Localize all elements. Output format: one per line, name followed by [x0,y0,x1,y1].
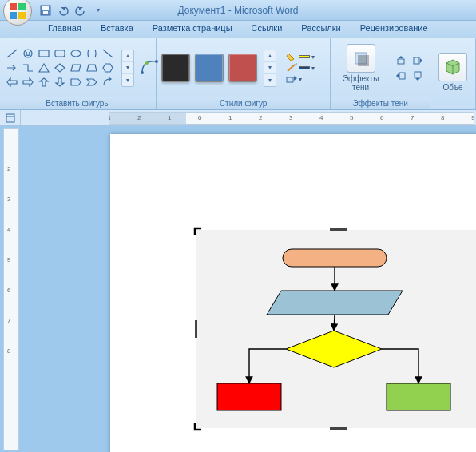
shape-arrowdown-icon[interactable] [53,76,67,89]
office-button[interactable] [3,0,32,26]
flowchart-rect[interactable] [217,383,281,410]
page-viewport[interactable] [21,126,476,452]
vertical-ruler[interactable]: 2345678 [3,128,19,450]
flowchart-connector[interactable] [334,315,335,331]
svg-rect-3 [18,12,26,19]
shape-parallelogram-icon[interactable] [69,61,83,74]
gallery-scroll-up-icon[interactable]: ▴ [122,50,133,62]
shape-line-icon[interactable] [5,47,19,60]
tab-mail[interactable]: Рассылки [292,21,350,38]
flowchart-parallelogram[interactable] [267,291,403,315]
svg-rect-23 [399,73,405,79]
group-insert-shapes: ▴ ▾ ▾ Вставить фигуры [0,38,157,109]
gallery-scroll-down-icon[interactable]: ▾ [122,62,133,74]
undo-icon[interactable] [56,3,70,18]
tab-home[interactable]: Главная [38,21,91,38]
svg-point-17 [145,61,149,65]
svg-rect-0 [10,3,17,10]
flowchart-rect[interactable] [387,383,450,410]
style-swatch-1[interactable] [161,54,190,82]
shape-trapezoid-icon[interactable] [85,61,99,74]
shadow-nudge-right-icon[interactable] [411,54,425,67]
flowchart-connector[interactable] [382,349,418,383]
tab-insert[interactable]: Вставка [91,21,143,38]
group-label-3d [430,106,475,109]
group-3d-effects: Объе [430,38,476,109]
ribbon: ▴ ▾ ▾ Вставить фигуры ▴ ▾ ▾ ▾ ▾ ▾ [0,38,476,110]
shape-elbow-icon[interactable] [21,61,35,74]
save-icon[interactable] [38,3,53,18]
svg-point-8 [24,50,32,57]
svg-rect-11 [39,50,49,57]
shape-arrowup-icon[interactable] [37,76,51,89]
qat-dropdown-icon[interactable]: ▾ [91,3,105,18]
group-label-insert-shapes: Вставить фигуры [0,97,156,109]
shadow-nudge-down-icon[interactable] [411,69,425,82]
change-shape-button[interactable]: ▾ [286,74,315,84]
quick-access-toolbar: ▾ [38,3,105,18]
ruler-bar: 3210123456789101112 [0,110,476,126]
shape-diamond-icon[interactable] [53,61,67,74]
svg-line-14 [103,50,113,57]
shapes-gallery[interactable] [5,47,115,89]
shape-pentagon-arrow-icon[interactable] [69,76,83,89]
group-label-shape-styles: Стили фигур [157,97,330,109]
group-shape-styles: ▴ ▾ ▾ ▾ ▾ ▾ Стили фигур [157,38,331,109]
flowchart-connector[interactable] [249,349,286,383]
drawing-canvas[interactable] [196,230,476,428]
svg-rect-24 [415,72,421,77]
document-area: 2345678 [0,126,476,452]
shape-outline-button[interactable]: ▾ [286,63,315,73]
shape-diag-line-icon[interactable] [101,47,115,60]
shape-chevron-icon[interactable] [85,76,99,89]
svg-point-10 [30,53,30,54]
svg-rect-1 [18,3,26,10]
redo-icon[interactable] [73,3,88,18]
svg-rect-18 [287,77,293,82]
svg-line-7 [7,50,17,57]
svg-point-15 [141,71,144,74]
shape-fill-button[interactable]: ▾ [286,52,315,61]
shape-curved-arrow-icon[interactable] [101,76,115,89]
styles-expand-icon[interactable]: ▾ [264,74,276,86]
shadow-nudge-left-icon[interactable] [394,69,408,82]
shadow-nudge-up-icon[interactable] [394,54,408,67]
3d-effects-button[interactable]: Объе [435,51,470,93]
style-swatch-2[interactable] [195,54,224,82]
style-swatch-3[interactable] [228,54,257,82]
shape-ellipse-icon[interactable] [69,47,83,60]
tab-review[interactable]: Рецензирование [351,21,438,38]
shape-hexagon-icon[interactable] [101,61,115,74]
styles-scroll-down-icon[interactable]: ▾ [264,62,276,74]
titlebar: ▾ Документ1 - Microsoft Word [0,0,476,21]
shape-brace-icon[interactable] [85,47,99,60]
ribbon-tabs: Главная Вставка Разметка страницы Ссылки… [0,21,476,38]
svg-rect-2 [10,12,17,19]
horizontal-ruler[interactable]: 3210123456789101112 [109,112,474,125]
svg-rect-6 [43,11,48,14]
ruler-corner-icon[interactable] [0,110,21,126]
svg-point-9 [26,53,27,54]
shape-arrow-connector-icon[interactable] [5,61,19,74]
shape-triangle-icon[interactable] [37,61,51,74]
group-label-shadow-effects: Эффекты тени [331,97,430,109]
tab-layout[interactable]: Разметка страницы [143,21,242,38]
shape-arrowleft-icon[interactable] [5,76,19,89]
shape-arrowright-icon[interactable] [21,76,35,89]
svg-rect-25 [6,114,14,122]
shape-rect-icon[interactable] [37,47,51,60]
shape-smiley-icon[interactable] [21,47,35,60]
flowchart-diamond[interactable] [286,331,382,367]
shadow-effects-button[interactable]: Эффекты тени [335,42,386,93]
svg-rect-12 [55,50,65,57]
tab-refs[interactable]: Ссылки [242,21,292,38]
svg-rect-21 [398,59,404,64]
shape-roundrect-icon[interactable] [53,47,67,60]
svg-rect-20 [358,55,369,66]
styles-scroll-up-icon[interactable]: ▴ [264,50,276,62]
svg-rect-5 [42,6,49,10]
gallery-expand-icon[interactable]: ▾ [122,74,133,86]
flowchart-terminator[interactable] [283,249,387,267]
group-shadow-effects: Эффекты тени Эффекты тени [331,38,430,109]
svg-rect-22 [414,57,419,64]
